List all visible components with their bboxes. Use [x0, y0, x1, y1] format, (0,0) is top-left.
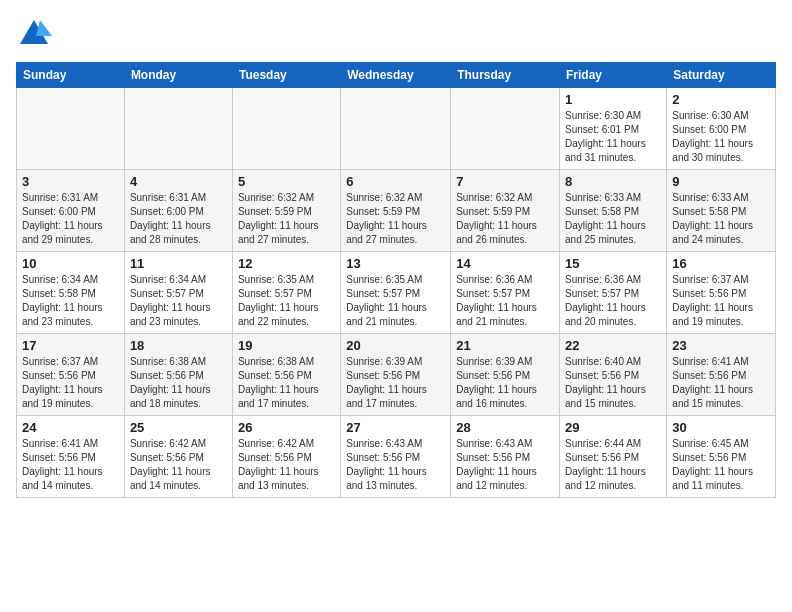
page-header — [16, 16, 776, 52]
day-number: 26 — [238, 420, 335, 435]
calendar-cell: 26Sunrise: 6:42 AM Sunset: 5:56 PM Dayli… — [232, 416, 340, 498]
day-number: 23 — [672, 338, 770, 353]
calendar-cell: 3Sunrise: 6:31 AM Sunset: 6:00 PM Daylig… — [17, 170, 125, 252]
calendar-cell: 20Sunrise: 6:39 AM Sunset: 5:56 PM Dayli… — [341, 334, 451, 416]
svg-marker-2 — [36, 20, 52, 36]
day-info: Sunrise: 6:36 AM Sunset: 5:57 PM Dayligh… — [456, 273, 554, 329]
day-number: 1 — [565, 92, 661, 107]
calendar-cell: 28Sunrise: 6:43 AM Sunset: 5:56 PM Dayli… — [451, 416, 560, 498]
day-info: Sunrise: 6:45 AM Sunset: 5:56 PM Dayligh… — [672, 437, 770, 493]
calendar-cell: 4Sunrise: 6:31 AM Sunset: 6:00 PM Daylig… — [124, 170, 232, 252]
day-info: Sunrise: 6:43 AM Sunset: 5:56 PM Dayligh… — [346, 437, 445, 493]
calendar-cell: 7Sunrise: 6:32 AM Sunset: 5:59 PM Daylig… — [451, 170, 560, 252]
day-number: 4 — [130, 174, 227, 189]
day-number: 10 — [22, 256, 119, 271]
day-number: 8 — [565, 174, 661, 189]
day-info: Sunrise: 6:31 AM Sunset: 6:00 PM Dayligh… — [130, 191, 227, 247]
day-info: Sunrise: 6:41 AM Sunset: 5:56 PM Dayligh… — [22, 437, 119, 493]
calendar-cell: 17Sunrise: 6:37 AM Sunset: 5:56 PM Dayli… — [17, 334, 125, 416]
day-info: Sunrise: 6:33 AM Sunset: 5:58 PM Dayligh… — [672, 191, 770, 247]
day-number: 12 — [238, 256, 335, 271]
calendar-cell: 9Sunrise: 6:33 AM Sunset: 5:58 PM Daylig… — [667, 170, 776, 252]
calendar-header-row: SundayMondayTuesdayWednesdayThursdayFrid… — [17, 63, 776, 88]
day-number: 7 — [456, 174, 554, 189]
calendar-cell — [232, 88, 340, 170]
day-number: 21 — [456, 338, 554, 353]
calendar-cell: 24Sunrise: 6:41 AM Sunset: 5:56 PM Dayli… — [17, 416, 125, 498]
day-number: 11 — [130, 256, 227, 271]
day-number: 20 — [346, 338, 445, 353]
header-friday: Friday — [560, 63, 667, 88]
calendar-week-4: 17Sunrise: 6:37 AM Sunset: 5:56 PM Dayli… — [17, 334, 776, 416]
calendar-cell — [17, 88, 125, 170]
day-info: Sunrise: 6:40 AM Sunset: 5:56 PM Dayligh… — [565, 355, 661, 411]
calendar-cell: 1Sunrise: 6:30 AM Sunset: 6:01 PM Daylig… — [560, 88, 667, 170]
day-number: 28 — [456, 420, 554, 435]
day-number: 5 — [238, 174, 335, 189]
day-number: 24 — [22, 420, 119, 435]
calendar-week-3: 10Sunrise: 6:34 AM Sunset: 5:58 PM Dayli… — [17, 252, 776, 334]
day-number: 30 — [672, 420, 770, 435]
calendar-cell: 27Sunrise: 6:43 AM Sunset: 5:56 PM Dayli… — [341, 416, 451, 498]
day-info: Sunrise: 6:37 AM Sunset: 5:56 PM Dayligh… — [672, 273, 770, 329]
day-number: 2 — [672, 92, 770, 107]
day-info: Sunrise: 6:43 AM Sunset: 5:56 PM Dayligh… — [456, 437, 554, 493]
calendar-week-1: 1Sunrise: 6:30 AM Sunset: 6:01 PM Daylig… — [17, 88, 776, 170]
day-info: Sunrise: 6:39 AM Sunset: 5:56 PM Dayligh… — [346, 355, 445, 411]
day-number: 6 — [346, 174, 445, 189]
day-number: 15 — [565, 256, 661, 271]
calendar-cell: 10Sunrise: 6:34 AM Sunset: 5:58 PM Dayli… — [17, 252, 125, 334]
day-info: Sunrise: 6:44 AM Sunset: 5:56 PM Dayligh… — [565, 437, 661, 493]
day-info: Sunrise: 6:33 AM Sunset: 5:58 PM Dayligh… — [565, 191, 661, 247]
calendar-cell — [341, 88, 451, 170]
calendar-cell: 29Sunrise: 6:44 AM Sunset: 5:56 PM Dayli… — [560, 416, 667, 498]
calendar-cell: 8Sunrise: 6:33 AM Sunset: 5:58 PM Daylig… — [560, 170, 667, 252]
header-monday: Monday — [124, 63, 232, 88]
calendar-cell: 2Sunrise: 6:30 AM Sunset: 6:00 PM Daylig… — [667, 88, 776, 170]
calendar-cell: 21Sunrise: 6:39 AM Sunset: 5:56 PM Dayli… — [451, 334, 560, 416]
calendar-cell: 11Sunrise: 6:34 AM Sunset: 5:57 PM Dayli… — [124, 252, 232, 334]
day-number: 22 — [565, 338, 661, 353]
calendar-cell: 19Sunrise: 6:38 AM Sunset: 5:56 PM Dayli… — [232, 334, 340, 416]
day-info: Sunrise: 6:32 AM Sunset: 5:59 PM Dayligh… — [346, 191, 445, 247]
header-thursday: Thursday — [451, 63, 560, 88]
calendar-cell: 13Sunrise: 6:35 AM Sunset: 5:57 PM Dayli… — [341, 252, 451, 334]
day-info: Sunrise: 6:31 AM Sunset: 6:00 PM Dayligh… — [22, 191, 119, 247]
calendar-cell — [451, 88, 560, 170]
day-info: Sunrise: 6:34 AM Sunset: 5:57 PM Dayligh… — [130, 273, 227, 329]
calendar-table: SundayMondayTuesdayWednesdayThursdayFrid… — [16, 62, 776, 498]
day-info: Sunrise: 6:38 AM Sunset: 5:56 PM Dayligh… — [238, 355, 335, 411]
day-info: Sunrise: 6:30 AM Sunset: 6:00 PM Dayligh… — [672, 109, 770, 165]
calendar-cell: 30Sunrise: 6:45 AM Sunset: 5:56 PM Dayli… — [667, 416, 776, 498]
day-info: Sunrise: 6:42 AM Sunset: 5:56 PM Dayligh… — [130, 437, 227, 493]
day-info: Sunrise: 6:32 AM Sunset: 5:59 PM Dayligh… — [238, 191, 335, 247]
calendar-cell: 14Sunrise: 6:36 AM Sunset: 5:57 PM Dayli… — [451, 252, 560, 334]
calendar-cell: 6Sunrise: 6:32 AM Sunset: 5:59 PM Daylig… — [341, 170, 451, 252]
day-info: Sunrise: 6:35 AM Sunset: 5:57 PM Dayligh… — [238, 273, 335, 329]
day-info: Sunrise: 6:38 AM Sunset: 5:56 PM Dayligh… — [130, 355, 227, 411]
day-info: Sunrise: 6:37 AM Sunset: 5:56 PM Dayligh… — [22, 355, 119, 411]
day-info: Sunrise: 6:39 AM Sunset: 5:56 PM Dayligh… — [456, 355, 554, 411]
day-number: 29 — [565, 420, 661, 435]
calendar-cell: 23Sunrise: 6:41 AM Sunset: 5:56 PM Dayli… — [667, 334, 776, 416]
day-number: 25 — [130, 420, 227, 435]
calendar-cell: 5Sunrise: 6:32 AM Sunset: 5:59 PM Daylig… — [232, 170, 340, 252]
logo-icon — [16, 16, 52, 52]
day-info: Sunrise: 6:32 AM Sunset: 5:59 PM Dayligh… — [456, 191, 554, 247]
day-info: Sunrise: 6:36 AM Sunset: 5:57 PM Dayligh… — [565, 273, 661, 329]
day-number: 3 — [22, 174, 119, 189]
day-info: Sunrise: 6:41 AM Sunset: 5:56 PM Dayligh… — [672, 355, 770, 411]
calendar-week-2: 3Sunrise: 6:31 AM Sunset: 6:00 PM Daylig… — [17, 170, 776, 252]
calendar-cell: 16Sunrise: 6:37 AM Sunset: 5:56 PM Dayli… — [667, 252, 776, 334]
calendar-cell: 15Sunrise: 6:36 AM Sunset: 5:57 PM Dayli… — [560, 252, 667, 334]
day-number: 13 — [346, 256, 445, 271]
logo — [16, 16, 58, 52]
header-tuesday: Tuesday — [232, 63, 340, 88]
calendar-cell: 22Sunrise: 6:40 AM Sunset: 5:56 PM Dayli… — [560, 334, 667, 416]
day-info: Sunrise: 6:30 AM Sunset: 6:01 PM Dayligh… — [565, 109, 661, 165]
header-saturday: Saturday — [667, 63, 776, 88]
calendar-week-5: 24Sunrise: 6:41 AM Sunset: 5:56 PM Dayli… — [17, 416, 776, 498]
day-number: 9 — [672, 174, 770, 189]
day-number: 19 — [238, 338, 335, 353]
day-info: Sunrise: 6:42 AM Sunset: 5:56 PM Dayligh… — [238, 437, 335, 493]
